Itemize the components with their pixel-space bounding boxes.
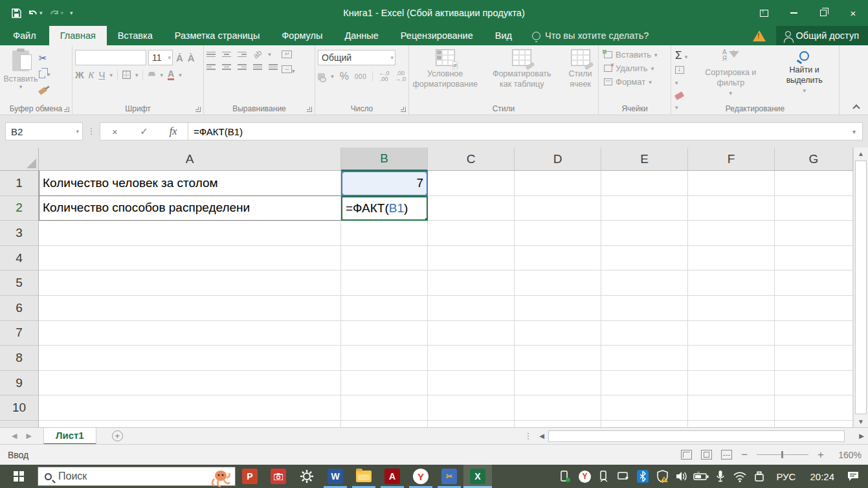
tray-usb-drive[interactable]: [751, 465, 767, 488]
fill-color-caret[interactable]: ▾: [160, 72, 163, 78]
formula-input[interactable]: =ФАКТ(B1)▾: [188, 122, 863, 140]
decrease-decimal-button[interactable]: ,00→,0: [395, 71, 406, 82]
scroll-right-arrow[interactable]: ▶: [855, 432, 868, 439]
cell-G2[interactable]: [775, 196, 853, 221]
cell-F10[interactable]: [688, 395, 775, 421]
cell-E7[interactable]: [601, 321, 688, 346]
cell-B3[interactable]: [341, 221, 428, 246]
wrap-text-icon[interactable]: [282, 50, 292, 58]
language-indicator[interactable]: РУС: [771, 471, 801, 482]
cell-E11[interactable]: [601, 421, 688, 427]
undo-button[interactable]: ▾: [28, 8, 43, 17]
cell-A11[interactable]: [39, 421, 341, 427]
clipboard-dialog-launcher[interactable]: [64, 107, 69, 112]
cell-G4[interactable]: [775, 246, 853, 271]
cell-C8[interactable]: [428, 346, 515, 371]
activation-warning-icon[interactable]: [753, 30, 766, 41]
format-as-table-button[interactable]: Форматировать как таблицу: [487, 49, 556, 102]
cell-G10[interactable]: [775, 395, 853, 421]
taskbar-powerpoint[interactable]: P: [236, 465, 264, 488]
copy-button[interactable]: ▾: [39, 68, 50, 81]
number-dialog-launcher[interactable]: [401, 107, 406, 112]
cell-F3[interactable]: [688, 221, 775, 246]
tray-volume[interactable]: [674, 465, 689, 488]
row-header-1[interactable]: 1: [0, 171, 39, 196]
cell-D8[interactable]: [515, 346, 601, 371]
cell-A2[interactable]: Количество способов распределени: [39, 196, 341, 221]
column-header-G[interactable]: G: [775, 148, 853, 171]
row-header-9[interactable]: 9: [0, 371, 39, 396]
fill-color-icon[interactable]: [148, 72, 155, 78]
cell-A10[interactable]: [39, 395, 341, 421]
find-select-button[interactable]: Найти и выделить ▾: [772, 49, 836, 102]
column-header-A[interactable]: A: [39, 148, 341, 171]
increase-indent-icon[interactable]: [269, 64, 278, 70]
cell-C10[interactable]: [428, 395, 515, 421]
cell-C3[interactable]: [428, 221, 515, 246]
orientation-caret[interactable]: ▾: [268, 51, 271, 58]
cell-D10[interactable]: [515, 395, 601, 421]
save-button[interactable]: [12, 8, 21, 18]
page-break-view-button[interactable]: [721, 450, 732, 460]
tab-data[interactable]: Данные: [333, 26, 389, 45]
tab-split-grip[interactable]: [528, 433, 529, 439]
minimize-button[interactable]: [779, 0, 808, 26]
vertical-scroll-thumb[interactable]: [855, 161, 867, 414]
zoom-in-button[interactable]: +: [818, 449, 824, 461]
paste-button[interactable]: Вставить ▾: [3, 48, 39, 102]
tray-usb-device[interactable]: [596, 465, 612, 488]
cell-D5[interactable]: [515, 271, 601, 296]
clock[interactable]: 20:24: [805, 471, 840, 482]
cell-D3[interactable]: [515, 221, 601, 246]
tab-file[interactable]: Файл: [0, 26, 49, 45]
enter-button[interactable]: ✓: [129, 126, 159, 137]
taskbar-screenshot-app[interactable]: [264, 465, 293, 488]
row-header-3[interactable]: 3: [0, 221, 39, 246]
tab-review[interactable]: Рецензирование: [390, 26, 484, 45]
borders-icon[interactable]: [122, 71, 131, 79]
taskbar-explorer[interactable]: [350, 465, 378, 488]
cell-C7[interactable]: [428, 321, 515, 346]
select-all-button[interactable]: [0, 148, 39, 171]
cell-B7[interactable]: [341, 321, 428, 346]
cell-G9[interactable]: [775, 371, 853, 396]
comma-style-button[interactable]: 000: [355, 73, 366, 80]
redo-dropdown-caret[interactable]: ▾: [61, 10, 64, 16]
tell-me-box[interactable]: Что вы хотите сделать?: [523, 26, 658, 45]
page-layout-view-button[interactable]: [701, 450, 712, 460]
font-color-caret[interactable]: ▾: [179, 72, 182, 78]
taskbar-settings[interactable]: [293, 465, 321, 488]
cell-D4[interactable]: [515, 246, 601, 271]
tray-phone[interactable]: [557, 465, 573, 488]
merge-center-icon[interactable]: [282, 65, 292, 73]
alignment-dialog-launcher[interactable]: [307, 107, 312, 112]
cell-A7[interactable]: [39, 321, 341, 346]
cell-B9[interactable]: [341, 371, 428, 396]
cell-F9[interactable]: [688, 371, 775, 396]
cell-F8[interactable]: [688, 346, 775, 371]
cell-F1[interactable]: [688, 171, 775, 196]
tray-bluetooth[interactable]: [635, 465, 651, 488]
cell-B2[interactable]: =ФАКТ(B1): [341, 196, 428, 221]
column-header-F[interactable]: F: [688, 148, 775, 171]
cell-G6[interactable]: [775, 296, 853, 321]
tray-defender[interactable]: [654, 465, 670, 488]
cell-C6[interactable]: [428, 296, 515, 321]
cell-F6[interactable]: [688, 296, 775, 321]
align-middle-icon[interactable]: [222, 52, 231, 58]
cell-C5[interactable]: [428, 271, 515, 296]
decrease-indent-icon[interactable]: [253, 64, 262, 70]
share-button[interactable]: Общий доступ: [776, 26, 868, 45]
horizontal-scroll-thumb[interactable]: [548, 430, 845, 442]
borders-caret[interactable]: ▾: [135, 72, 139, 78]
row-header-8[interactable]: 8: [0, 346, 39, 371]
ribbon-display-options-button[interactable]: [749, 0, 779, 26]
restore-button[interactable]: [808, 0, 838, 26]
paste-dropdown-caret[interactable]: ▾: [19, 83, 23, 90]
taskbar-search-box[interactable]: Поиск: [38, 467, 236, 486]
accounting-caret[interactable]: ▾: [331, 73, 334, 80]
cell-G5[interactable]: [775, 271, 853, 296]
row-header-6[interactable]: 6: [0, 296, 39, 321]
redo-button[interactable]: ▾: [49, 8, 64, 17]
merge-center-caret[interactable]: ▾: [292, 68, 295, 74]
